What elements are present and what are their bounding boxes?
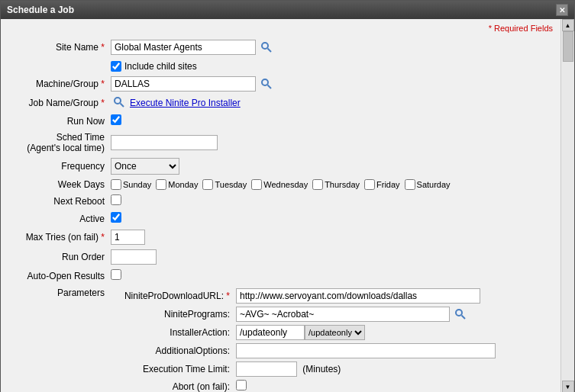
machine-input[interactable]	[111, 76, 256, 92]
frequency-select[interactable]: Once Daily Weekly Monthly	[111, 158, 179, 175]
auto-open-label: Auto-Open Results	[8, 267, 108, 284]
run-order-row: Run Order	[8, 247, 553, 267]
weekday-sunday: Sunday	[111, 179, 151, 190]
include-child-checkbox[interactable]	[111, 61, 121, 72]
job-name-label: Job Name/Group *	[8, 94, 108, 112]
site-name-input[interactable]	[111, 40, 256, 55]
active-checkbox[interactable]	[111, 212, 121, 223]
svg-point-11	[457, 311, 460, 314]
param-url-row: NiniteProDownloadURL: *	[111, 287, 550, 305]
param-url-input[interactable]	[236, 288, 480, 304]
frequency-label: Frequency	[8, 156, 108, 177]
param-action-input[interactable]	[236, 325, 305, 340]
param-abort-row: Abort (on fail):	[111, 378, 550, 392]
next-reboot-checkbox[interactable]	[111, 194, 121, 205]
run-order-input[interactable]	[111, 249, 157, 265]
form-content: * Required Fields Site Name *	[1, 19, 560, 392]
param-abort-checkbox[interactable]	[236, 380, 247, 390]
job-name-link[interactable]: Execute Ninite Pro Installer	[130, 98, 241, 108]
job-name-search-icon[interactable]	[113, 96, 127, 110]
week-days-label: Week Days	[8, 177, 108, 192]
svg-point-2	[263, 44, 267, 47]
active-label: Active	[8, 210, 108, 227]
params-table: NiniteProDownloadURL: * NinitePr	[111, 287, 550, 392]
saturday-checkbox[interactable]	[405, 179, 415, 190]
scroll-down-button[interactable]: ▼	[562, 381, 574, 392]
sunday-checkbox[interactable]	[111, 179, 121, 190]
include-child-row: Include child sites	[8, 57, 553, 74]
svg-point-5	[263, 81, 267, 84]
wednesday-checkbox[interactable]	[251, 179, 262, 190]
programs-search-icon[interactable]	[454, 308, 468, 322]
week-days-row: Week Days Sunday Monday	[8, 177, 553, 192]
param-options-row: AdditionalOptions:	[111, 342, 550, 360]
active-row: Active	[8, 210, 553, 227]
run-order-label: Run Order	[8, 247, 108, 267]
site-name-label: Site Name *	[8, 37, 108, 57]
svg-line-1	[268, 48, 272, 52]
weekday-monday: Monday	[156, 179, 198, 190]
param-programs-row: NinitePrograms:	[111, 305, 550, 323]
window-title: Schedule a Job	[7, 5, 74, 15]
auto-open-checkbox[interactable]	[111, 269, 121, 280]
next-reboot-label: Next Reboot	[8, 192, 108, 210]
include-child-label: Include child sites	[124, 61, 197, 72]
param-programs-label: NinitePrograms:	[111, 305, 233, 323]
param-time-unit: (Minutes)	[302, 364, 341, 374]
scrollbar[interactable]: ▲ ▼	[560, 19, 574, 392]
title-bar: Schedule a Job ✕	[1, 1, 574, 19]
parameters-label: Parameters	[8, 284, 108, 392]
weekday-friday: Friday	[364, 179, 400, 190]
machine-search-icon[interactable]	[260, 78, 274, 92]
auto-open-row: Auto-Open Results	[8, 267, 553, 284]
param-action-row: InstallerAction: /updateonly /install /u…	[111, 323, 550, 342]
scroll-track	[561, 31, 574, 381]
svg-line-4	[268, 85, 272, 88]
max-tries-input[interactable]	[111, 230, 145, 245]
job-name-row: Job Name/Group *	[8, 94, 553, 112]
machine-row: Machine/Group *	[8, 74, 553, 94]
close-button[interactable]: ✕	[556, 4, 568, 16]
svg-line-7	[121, 104, 124, 108]
param-time-input[interactable]	[236, 361, 297, 377]
schedule-job-window: Schedule a Job ✕ * Required Fields Site …	[0, 0, 575, 392]
param-action-label: InstallerAction:	[111, 323, 233, 342]
site-name-search-icon[interactable]	[260, 41, 274, 55]
param-programs-input[interactable]	[236, 307, 450, 322]
friday-checkbox[interactable]	[364, 179, 375, 190]
thursday-checkbox[interactable]	[312, 179, 323, 190]
param-options-input[interactable]	[236, 343, 496, 358]
run-now-label: Run Now	[8, 112, 108, 130]
site-name-row: Site Name *	[8, 37, 553, 57]
param-abort-label: Abort (on fail):	[111, 378, 233, 392]
run-now-checkbox[interactable]	[111, 114, 121, 125]
svg-point-8	[116, 99, 119, 102]
form-table: Site Name *	[8, 37, 553, 392]
machine-label: Machine/Group *	[8, 74, 108, 94]
param-time-label: Execution Time Limit:	[111, 360, 233, 378]
parameters-row: Parameters NiniteProDownloadURL: *	[8, 284, 553, 392]
scroll-up-button[interactable]: ▲	[562, 19, 574, 31]
tuesday-checkbox[interactable]	[202, 179, 213, 190]
svg-line-10	[462, 315, 466, 319]
weekday-thursday: Thursday	[312, 179, 360, 190]
weekday-saturday: Saturday	[405, 179, 451, 190]
param-time-row: Execution Time Limit: (Minutes)	[111, 360, 550, 378]
monday-checkbox[interactable]	[156, 179, 166, 190]
param-action-dropdown[interactable]: /updateonly /install /uninstall	[305, 325, 365, 340]
include-child-container: Include child sites	[111, 61, 550, 72]
frequency-row: Frequency Once Daily Weekly Monthly	[8, 156, 553, 177]
scroll-thumb[interactable]	[563, 31, 573, 62]
run-now-row: Run Now	[8, 112, 553, 130]
weekday-tuesday: Tuesday	[202, 179, 247, 190]
next-reboot-row: Next Reboot	[8, 192, 553, 210]
sched-time-row: Sched Time (Agent's local time)	[8, 130, 553, 156]
weekday-wednesday: Wednesday	[251, 179, 308, 190]
required-note: * Required Fields	[8, 24, 553, 33]
sched-time-input[interactable]	[111, 135, 218, 150]
weekdays-container: Sunday Monday Tuesday	[111, 179, 550, 190]
max-tries-row: Max Tries (on fail) *	[8, 227, 553, 247]
param-options-label: AdditionalOptions:	[111, 342, 233, 360]
